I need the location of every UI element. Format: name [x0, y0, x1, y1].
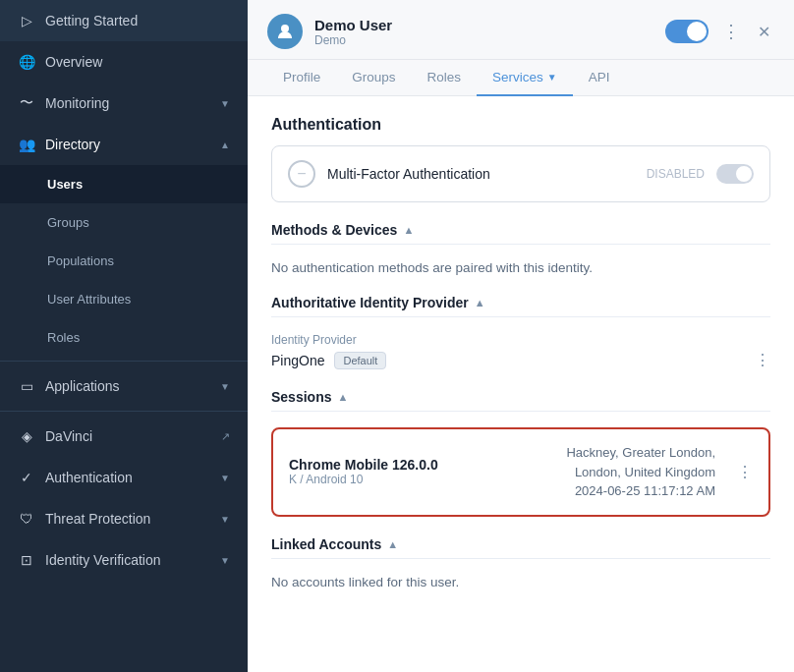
identity-verification-icon: ⊡	[18, 551, 35, 569]
main-content: Demo User Demo ⋮ ✕ Profile Groups Roles …	[248, 0, 794, 672]
sidebar-label-getting-started: Getting Started	[45, 13, 230, 28]
davinci-icon: ◈	[18, 427, 35, 445]
content-header: Demo User Demo ⋮ ✕	[248, 0, 794, 60]
sidebar-item-populations[interactable]: Populations	[0, 242, 248, 280]
chevron-down-icon: ▼	[220, 555, 230, 566]
tab-services[interactable]: Services ▼	[477, 60, 573, 96]
sidebar-item-overview[interactable]: 🌐 Overview	[0, 41, 248, 83]
tab-profile-label: Profile	[283, 70, 320, 84]
divider	[271, 244, 770, 245]
play-icon: ▷	[18, 12, 35, 29]
globe-icon: 🌐	[18, 53, 35, 71]
user-enabled-toggle[interactable]	[665, 20, 709, 43]
tab-groups-label: Groups	[352, 70, 395, 84]
divider	[0, 361, 248, 362]
tab-api-label: API	[589, 70, 610, 84]
more-options-button[interactable]: ⋮	[718, 17, 744, 46]
session-info: Chrome Mobile 126.0.0 K / Android 10	[289, 457, 554, 486]
divider	[271, 411, 770, 412]
dropdown-arrow-icon: ▼	[547, 72, 557, 83]
chevron-up-icon: ▲	[220, 140, 230, 150]
sessions-section: Sessions ▲ Chrome Mobile 126.0.0 K / And…	[271, 389, 770, 517]
identity-provider-label: Identity Provider	[271, 333, 770, 347]
sidebar: ▷ Getting Started 🌐 Overview 〜 Monitorin…	[0, 0, 248, 672]
linked-accounts-section: Linked Accounts ▲ No accounts linked for…	[271, 536, 770, 589]
tab-roles[interactable]: Roles	[412, 60, 478, 96]
tab-roles-label: Roles	[427, 70, 462, 84]
sidebar-item-getting-started[interactable]: ▷ Getting Started	[0, 0, 248, 41]
users-icon: 👥	[18, 136, 35, 153]
sidebar-label-directory: Directory	[45, 137, 210, 152]
collapse-icon[interactable]: ▲	[337, 391, 348, 403]
identity-provider-row: PingOne Default ⋮	[271, 351, 770, 369]
session-location-line2: London, United Kingdom	[566, 463, 715, 482]
identity-provider-menu[interactable]: ⋮	[755, 351, 770, 369]
sidebar-item-davinci[interactable]: ◈ DaVinci ↗	[0, 416, 248, 457]
chevron-down-icon: ▼	[220, 98, 230, 109]
sidebar-item-roles[interactable]: Roles	[0, 318, 248, 357]
sidebar-item-users[interactable]: Users	[0, 165, 248, 203]
sidebar-label-user-attributes: User Attributes	[47, 292, 230, 307]
default-badge: Default	[334, 352, 386, 369]
sidebar-label-monitoring: Monitoring	[45, 95, 210, 111]
chevron-down-icon: ▼	[220, 473, 230, 483]
methods-devices-section: Methods & Devices ▲ No authentication me…	[271, 222, 770, 275]
no-linked-accounts-text: No accounts linked for this user.	[271, 575, 770, 589]
sidebar-item-directory[interactable]: 👥 Directory ▲	[0, 124, 248, 165]
chevron-down-icon: ▼	[220, 381, 230, 392]
session-menu-button[interactable]: ⋮	[737, 463, 753, 481]
sidebar-label-roles: Roles	[47, 330, 230, 345]
mfa-status-badge: DISABLED	[647, 167, 705, 181]
linked-accounts-title: Linked Accounts ▲	[271, 536, 770, 552]
sessions-title: Sessions ▲	[271, 389, 770, 405]
user-name: Demo User	[314, 17, 653, 33]
authentication-title: Authentication	[271, 116, 770, 134]
sidebar-item-threat-protection[interactable]: 🛡 Threat Protection ▼	[0, 498, 248, 539]
collapse-icon[interactable]: ▲	[403, 224, 414, 236]
sidebar-label-overview: Overview	[45, 54, 230, 70]
sidebar-label-identity-verification: Identity Verification	[45, 552, 210, 568]
minus-icon: −	[288, 160, 315, 188]
auth-identity-provider-section: Authoritative Identity Provider ▲ Identi…	[271, 295, 770, 369]
user-sub: Demo	[314, 33, 653, 47]
sidebar-item-user-attributes[interactable]: User Attributes	[0, 280, 248, 318]
session-device: K / Android 10	[289, 473, 554, 486]
sidebar-label-applications: Applications	[45, 378, 210, 394]
divider	[271, 316, 770, 317]
mfa-toggle[interactable]	[716, 164, 754, 184]
tab-groups[interactable]: Groups	[336, 60, 411, 96]
session-card: Chrome Mobile 126.0.0 K / Android 10 Hac…	[271, 427, 770, 517]
monitoring-icon: 〜	[18, 94, 35, 112]
sidebar-label-populations: Populations	[47, 253, 230, 268]
sidebar-item-authentication[interactable]: ✓ Authentication ▼	[0, 457, 248, 498]
sidebar-label-groups: Groups	[47, 215, 230, 230]
no-auth-methods-text: No authentication methods are paired wit…	[271, 260, 770, 275]
session-location: Hackney, Greater London, London, United …	[566, 443, 715, 501]
close-button[interactable]: ✕	[754, 19, 774, 45]
user-info: Demo User Demo	[314, 17, 653, 47]
methods-devices-title: Methods & Devices ▲	[271, 222, 770, 238]
sidebar-item-groups[interactable]: Groups	[0, 203, 248, 242]
applications-icon: ▭	[18, 377, 35, 395]
auth-icon: ✓	[18, 469, 35, 486]
sidebar-label-davinci: DaVinci	[45, 428, 211, 444]
collapse-icon[interactable]: ▲	[475, 297, 485, 308]
tab-services-label: Services	[492, 70, 543, 84]
avatar	[267, 14, 303, 49]
sidebar-item-identity-verification[interactable]: ⊡ Identity Verification ▼	[0, 539, 248, 581]
tabs-bar: Profile Groups Roles Services ▼ API	[248, 60, 794, 96]
tab-profile[interactable]: Profile	[267, 60, 336, 96]
session-browser: Chrome Mobile 126.0.0	[289, 457, 554, 473]
divider	[271, 558, 770, 559]
content-body: Authentication − Multi-Factor Authentica…	[248, 96, 794, 672]
mfa-card: − Multi-Factor Authentication DISABLED	[271, 145, 770, 202]
divider2	[0, 411, 248, 412]
sidebar-item-applications[interactable]: ▭ Applications ▼	[0, 365, 248, 407]
tab-api[interactable]: API	[573, 60, 626, 96]
session-location-line1: Hackney, Greater London,	[566, 443, 715, 463]
collapse-icon[interactable]: ▲	[387, 538, 398, 550]
shield-icon: 🛡	[18, 510, 35, 528]
chevron-down-icon: ▼	[220, 514, 230, 525]
sidebar-item-monitoring[interactable]: 〜 Monitoring ▼	[0, 83, 248, 124]
identity-provider-name: PingOne	[271, 353, 324, 368]
